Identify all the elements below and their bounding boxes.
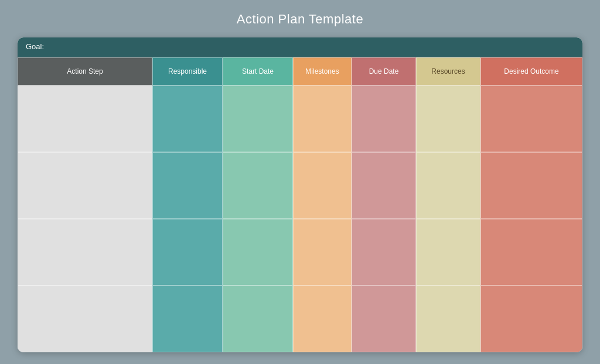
cell-due-2[interactable] [352, 219, 416, 286]
page-title: Action Plan Template [237, 12, 363, 27]
table-row[interactable] [18, 219, 582, 286]
cell-mile-0[interactable] [293, 85, 352, 152]
header-action: Action Step [18, 57, 152, 85]
cell-res-3[interactable] [416, 286, 480, 352]
header-row: Action StepResponsibleStart DateMileston… [18, 57, 582, 85]
table-row[interactable] [18, 152, 582, 219]
cell-action-2[interactable] [18, 219, 152, 286]
cell-action-0[interactable] [18, 85, 152, 152]
cell-res-1[interactable] [416, 152, 480, 219]
cell-start-1[interactable] [223, 152, 293, 219]
cell-desired-0[interactable] [480, 85, 582, 152]
cell-action-1[interactable] [18, 152, 152, 219]
cell-resp-2[interactable] [152, 219, 223, 286]
cell-res-2[interactable] [416, 219, 480, 286]
table-container: Goal: Action StepResponsibleStart DateMi… [18, 37, 582, 352]
cell-mile-1[interactable] [293, 152, 352, 219]
cell-mile-2[interactable] [293, 219, 352, 286]
cell-mile-3[interactable] [293, 286, 352, 352]
goal-bar: Goal: [18, 37, 582, 57]
cell-due-3[interactable] [352, 286, 416, 352]
cell-action-3[interactable] [18, 286, 152, 352]
cell-due-1[interactable] [352, 152, 416, 219]
header-desired: Desired Outcome [480, 57, 582, 85]
header-mile: Milestones [293, 57, 352, 85]
cell-start-3[interactable] [223, 286, 293, 352]
cell-resp-1[interactable] [152, 152, 223, 219]
cell-resp-3[interactable] [152, 286, 223, 352]
cell-resp-0[interactable] [152, 85, 223, 152]
cell-start-2[interactable] [223, 219, 293, 286]
cell-start-0[interactable] [223, 85, 293, 152]
table-row[interactable] [18, 85, 582, 152]
page-wrapper: Action Plan Template Goal: Action StepRe… [0, 0, 600, 364]
header-due: Due Date [352, 57, 416, 85]
cell-desired-3[interactable] [480, 286, 582, 352]
cell-desired-1[interactable] [480, 152, 582, 219]
header-res: Resources [416, 57, 480, 85]
table-row[interactable] [18, 286, 582, 352]
header-resp: Responsible [152, 57, 223, 85]
cell-due-0[interactable] [352, 85, 416, 152]
header-start: Start Date [223, 57, 293, 85]
cell-res-0[interactable] [416, 85, 480, 152]
cell-desired-2[interactable] [480, 219, 582, 286]
data-rows [18, 85, 582, 352]
grid-table: Action StepResponsibleStart DateMileston… [18, 57, 582, 352]
